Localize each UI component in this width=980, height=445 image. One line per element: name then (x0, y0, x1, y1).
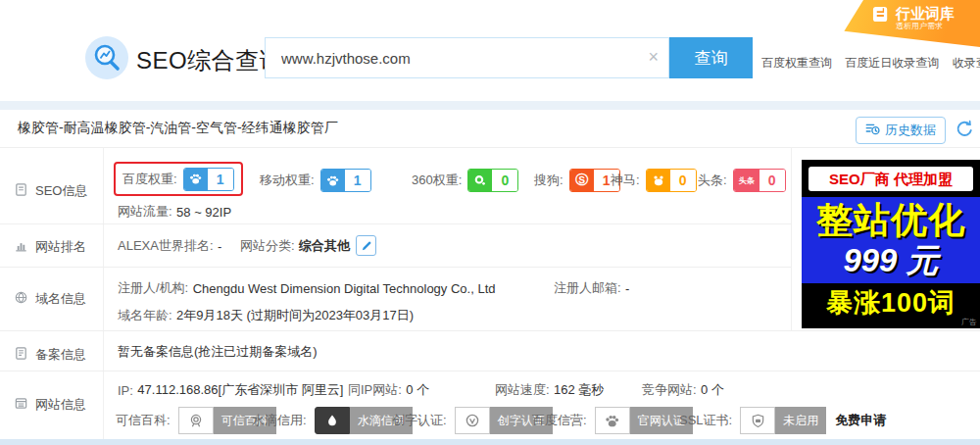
divider (0, 267, 791, 268)
competitor-sites: 竞争网站: 0 个 (642, 381, 724, 399)
clear-icon[interactable]: × (648, 47, 659, 68)
ssl-shield-icon (740, 407, 775, 434)
divider (0, 330, 980, 331)
ip-info: IP: 47.112.168.86[广东省深圳市 阿里云] (118, 381, 343, 399)
app-logo-icon (85, 36, 128, 79)
word-book-icon (872, 5, 891, 27)
ad-banner[interactable]: SEO厂商 代理加盟 整站优化 999 元 暴涨100词 广告 (802, 160, 980, 328)
registrant: 注册人/机构: Chengdu West Dimension Digital T… (118, 279, 496, 297)
cert-baidu-xinying: 百度信营: 官网认证 (532, 407, 693, 434)
divider (0, 147, 980, 148)
ad-main-text: 整站优化 (802, 200, 980, 242)
history-data-button[interactable]: 历史数据 (856, 117, 946, 144)
baidu-weight-highlight-box: 百度权重: 1 (114, 162, 243, 196)
certificate-icon (14, 346, 28, 364)
registrant-email: 注册人邮箱: - (554, 279, 629, 297)
history-icon (865, 122, 880, 139)
360-logo-icon (468, 170, 492, 191)
site-speed: 网站速度: 162 毫秒 (495, 381, 604, 399)
industry-thesaurus-ribbon[interactable]: 行业词库 透析用户需求 (843, 0, 980, 47)
nav-link-index-query[interactable]: 收录查询 (953, 56, 980, 70)
weight-360: 360权重: 0 (412, 169, 518, 192)
sidebar-item-icp-info[interactable]: 备案信息 (0, 346, 86, 364)
top-nav-links: 百度权重查询 百度近日收录查询 收录查询 (761, 55, 980, 72)
alexa-rank: ALEXA世界排名: - (118, 237, 221, 255)
toutiao-weight-badge[interactable]: 头条 0 (733, 169, 786, 192)
doc-icon (14, 182, 28, 200)
site-category: 网站分类: 综合其他 (240, 235, 376, 256)
ad-promo-text: 暴涨100词 (802, 285, 980, 321)
bottom-band (0, 439, 980, 445)
sidebar-item-seo-info[interactable]: SEO信息 (0, 182, 87, 200)
site-traffic: 网站流量: 58 ~ 92IP (118, 203, 231, 221)
baidu-weight-badge[interactable]: 1 (183, 168, 234, 191)
search-input[interactable] (279, 38, 636, 77)
bar-chart-icon (14, 238, 28, 256)
ssl-apply-link[interactable]: 免费申请 (835, 412, 886, 429)
sidebar-divider (103, 147, 104, 445)
weight-baidu: 百度权重: 1 (122, 168, 234, 191)
globe-icon (14, 290, 28, 308)
weight-shenma: 神马: 0 (611, 169, 697, 192)
ribbon-title: 行业词库 (896, 5, 955, 22)
baidu-paw-icon (321, 170, 345, 191)
nav-link-baidu-weight[interactable]: 百度权重查询 (761, 56, 832, 70)
water-drop-icon (315, 407, 350, 434)
ad-price: 999 元 (802, 242, 980, 279)
list-icon (14, 396, 28, 414)
refresh-icon[interactable] (956, 120, 974, 142)
sidebar-item-website-info[interactable]: 网站信息 (0, 396, 86, 414)
divider (0, 371, 980, 371)
mobile-weight-badge[interactable]: 1 (320, 169, 371, 192)
weight-toutiao: 头条: 头条 0 (698, 169, 786, 192)
cert-ssl: SSL证书: 未启用 免费申请 (679, 407, 886, 434)
shenma-weight-badge[interactable]: 0 (646, 169, 697, 192)
weight-sogou: 搜狗: Ⓢ 1 (534, 169, 620, 192)
toutiao-logo-icon: 头条 (734, 170, 760, 191)
sidebar-item-site-ranking[interactable]: 网站排名 (0, 238, 86, 256)
360-weight-badge[interactable]: 0 (467, 169, 518, 192)
content-ad-divider (791, 147, 792, 330)
v-circle-icon (455, 407, 490, 434)
ad-headline: SEO厂商 代理加盟 (808, 167, 973, 191)
divider (0, 223, 791, 224)
baidu-paw-icon (184, 169, 208, 190)
nav-link-baidu-recent-index[interactable]: 百度近日收录查询 (845, 56, 939, 70)
cert-waterdrop: 水滴信用: 水滴信用 (252, 407, 413, 434)
shenma-logo-icon (647, 170, 670, 191)
queried-site-title: 橡胶管-耐高温橡胶管-汽油管-空气管-经纬通橡胶管厂 (18, 120, 338, 137)
query-button[interactable]: 查询 (669, 37, 753, 78)
edit-category-icon[interactable] (356, 235, 376, 256)
header-divider-band (0, 101, 980, 110)
weight-mobile: 移动权重: 1 (260, 169, 371, 192)
ribbon-subtitle: 透析用户需求 (896, 22, 955, 30)
sidebar-item-domain-info[interactable]: 域名信息 (0, 290, 86, 308)
same-ip-sites: 同IP网站: 0 个 (348, 381, 429, 399)
icp-message: 暂无备案信息(抢注已过期备案域名) (118, 343, 318, 361)
encyclopedia-seal-icon (178, 407, 214, 434)
domain-age: 域名年龄: 2年9月18天 (过期时间为2023年03月17日) (118, 307, 414, 324)
baidu-paw-icon (595, 407, 630, 434)
cert-chuangzi: 创字认证: 创字认证 (392, 407, 553, 434)
app-title: SEO综合查询 (136, 45, 283, 76)
sogou-s-icon: Ⓢ (570, 170, 594, 191)
search-box: × (265, 37, 669, 78)
ad-tag: 广告 (961, 317, 977, 327)
seo-query-page: SEO综合查询 × 查询 百度权重查询 百度近日收录查询 收录查询 行业词库 透… (0, 0, 980, 445)
